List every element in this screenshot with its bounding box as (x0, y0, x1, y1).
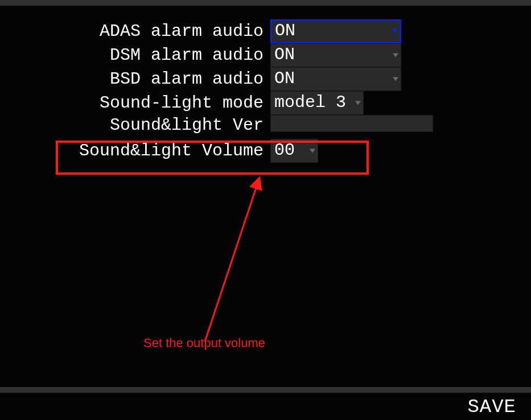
label-sound-light-ver: Sound&light Ver (0, 115, 270, 135)
value-bsd-alarm-audio: ON (274, 68, 388, 89)
annotation-arrow-icon (171, 171, 285, 353)
value-dsm-alarm-audio: ON (274, 44, 388, 65)
frame-bottom-bar (0, 387, 531, 393)
row-bsd-alarm-audio: BSD alarm audio ON (0, 67, 531, 91)
label-dsm-alarm-audio: DSM alarm audio (0, 43, 270, 67)
dropdown-sound-light-mode[interactable]: model 3 (270, 91, 364, 115)
label-sound-light-volume: Sound&light Volume (0, 139, 270, 163)
frame-top-bar (0, 0, 531, 6)
dropdown-sound-light-volume[interactable]: 00 (270, 139, 318, 163)
annotation-text: Set the output volume (143, 336, 265, 351)
chevron-down-icon (392, 30, 398, 34)
value-sound-light-volume: 00 (274, 141, 295, 160)
dropdown-adas-alarm-audio[interactable]: ON (270, 19, 401, 43)
label-bsd-alarm-audio: BSD alarm audio (0, 67, 270, 91)
label-adas-alarm-audio: ADAS alarm audio (0, 19, 270, 43)
settings-panel: ADAS alarm audio ON DSM alarm audio ON B… (0, 19, 531, 163)
field-sound-light-ver (270, 115, 433, 132)
row-sound-light-mode: Sound-light mode model 3 (0, 91, 531, 115)
value-sound-light-mode: model 3 (274, 92, 351, 113)
row-dsm-alarm-audio: DSM alarm audio ON (0, 43, 531, 67)
svg-line-1 (205, 179, 259, 341)
row-adas-alarm-audio: ADAS alarm audio ON (0, 19, 531, 43)
chevron-down-icon (310, 149, 315, 153)
chevron-down-icon (355, 101, 361, 105)
row-sound-light-ver: Sound&light Ver (0, 115, 531, 135)
dropdown-dsm-alarm-audio[interactable]: ON (270, 43, 401, 67)
chevron-down-icon (393, 53, 398, 57)
value-adas-alarm-audio: ON (275, 20, 388, 41)
save-button[interactable]: SAVE (467, 396, 516, 418)
row-sound-light-volume: Sound&light Volume 00 (0, 139, 531, 163)
chevron-down-icon (393, 77, 398, 81)
dropdown-bsd-alarm-audio[interactable]: ON (270, 67, 401, 91)
label-sound-light-mode: Sound-light mode (0, 91, 270, 115)
